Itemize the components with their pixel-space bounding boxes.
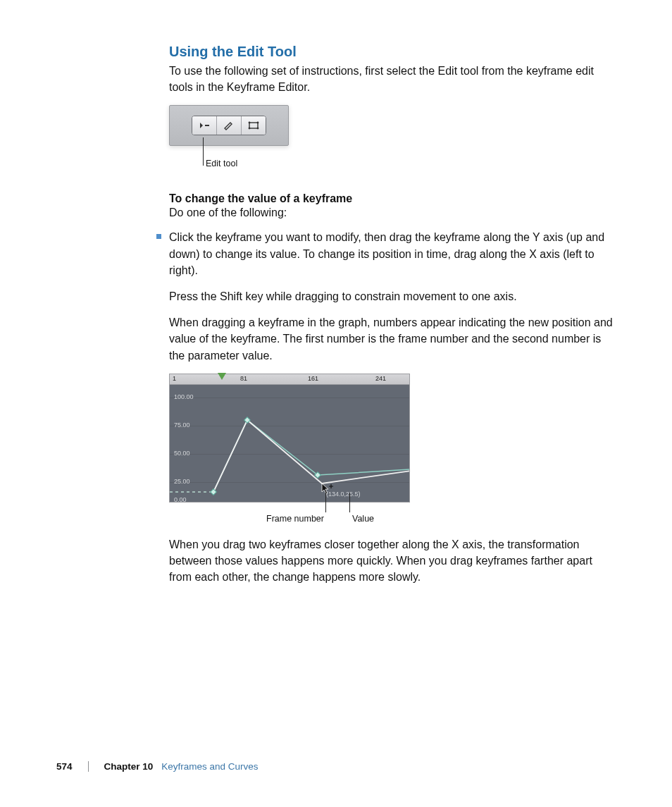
timeline-ruler: 1 81 161 241: [169, 374, 410, 384]
edit-tool-figure: Edit tool: [169, 105, 617, 178]
drag-tooltip: (134.0,25.5): [326, 491, 361, 498]
intro-paragraph: To use the following set of instructions…: [169, 63, 617, 95]
ruler-tick-81: 81: [240, 375, 247, 382]
graph-svg: [170, 385, 410, 502]
bullet-marker-icon: [156, 234, 161, 239]
section-heading: Using the Edit Tool: [169, 44, 617, 60]
fig1-callout: Edit tool: [169, 146, 617, 178]
pencil-icon: [223, 121, 235, 130]
content-column: Using the Edit Tool To use the following…: [169, 44, 617, 595]
ruler-tick-241: 241: [375, 375, 386, 382]
fig2-callouts: Frame number Value: [169, 503, 410, 522]
paragraph-shift-key: Press the Shift key while dragging to co…: [169, 288, 617, 304]
value-label: Value: [352, 514, 374, 524]
edit-tool-icon: [198, 121, 211, 130]
page-footer: 574 Chapter 10 Keyframes and Curves: [56, 761, 620, 772]
procedure-subline: Do one of the following:: [169, 207, 617, 219]
bullet-text: Click the keyframe you want to modify, t…: [169, 229, 617, 278]
svg-rect-1: [249, 123, 258, 128]
svg-point-5: [257, 128, 259, 130]
toolbar-button-group: [192, 116, 266, 135]
toolbar-panel: [169, 105, 289, 146]
chapter-label: Chapter 10: [89, 761, 154, 772]
procedure-heading: To change the value of a keyframe: [169, 192, 617, 205]
playhead-icon: [218, 373, 226, 380]
edit-tool-callout-label: Edit tool: [206, 159, 237, 168]
paragraph-drag-numbers: When dragging a keyframe in the graph, n…: [169, 314, 617, 364]
page-number: 574: [56, 761, 89, 772]
graph-canvas: 100.00 75.00 50.00 25.00 0.00: [169, 384, 410, 503]
callout-line: [203, 137, 204, 166]
ruler-tick-161: 161: [308, 375, 318, 382]
paragraph-drag-speed: When you drag two keyframes closer toget…: [169, 536, 617, 586]
chapter-title: Keyframes and Curves: [153, 761, 258, 772]
box-tool-button[interactable]: [242, 116, 266, 135]
pencil-tool-button[interactable]: [217, 116, 242, 135]
callout-line: [325, 493, 326, 512]
svg-point-2: [249, 122, 251, 124]
callout-line: [349, 493, 350, 512]
ruler-tick-1: 1: [173, 375, 176, 382]
edit-tool-button[interactable]: [192, 116, 217, 135]
keyframe-graph-figure: 1 81 161 241 100.00 75.00 50.00 25.00 0.…: [169, 374, 410, 522]
svg-rect-7: [211, 488, 216, 494]
box-icon: [247, 121, 260, 130]
bullet-item: Click the keyframe you want to modify, t…: [169, 229, 617, 278]
svg-rect-0: [205, 125, 209, 126]
svg-point-3: [257, 122, 259, 124]
frame-number-label: Frame number: [266, 514, 324, 524]
page: Using the Edit Tool To use the following…: [0, 0, 672, 807]
svg-point-4: [249, 128, 251, 130]
